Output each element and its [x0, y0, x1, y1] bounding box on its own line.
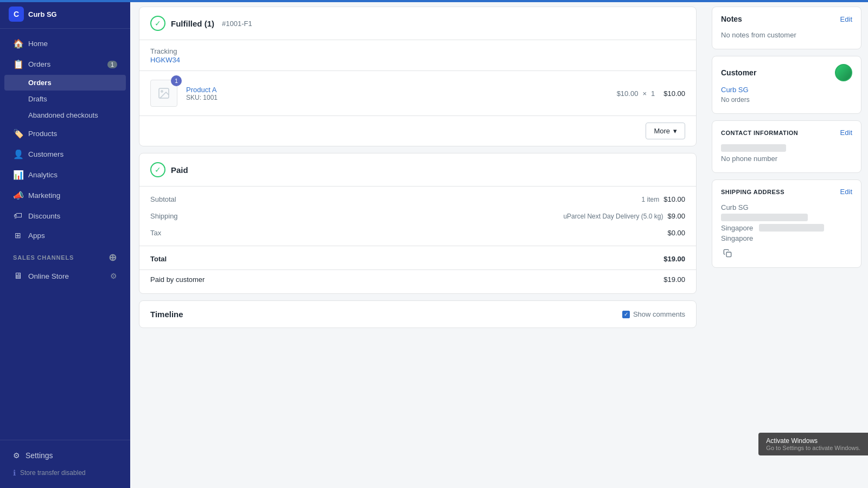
- sidebar: C Curb SG 🏠 Home 📋 Orders 1 Orders Draft…: [0, 0, 130, 488]
- product-info: Product A SKU: 1001: [186, 86, 608, 101]
- contact-edit-button[interactable]: Edit: [840, 129, 852, 137]
- tax-row: Tax $0.00: [139, 224, 696, 241]
- online-store-label: Online Store: [28, 272, 69, 280]
- apps-icon: ⊞: [13, 231, 23, 240]
- subtotal-row: Subtotal 1 item $10.00: [139, 191, 696, 208]
- svg-point-1: [161, 91, 163, 92]
- sidebar-item-orders-label: Orders: [28, 60, 50, 68]
- tracking-row: Tracking HGKW34: [139, 40, 696, 71]
- home-icon: 🏠: [13, 38, 23, 49]
- sidebar-item-discounts[interactable]: 🏷 Discounts: [4, 206, 126, 226]
- copy-address-button[interactable]: [721, 247, 734, 260]
- sidebar-item-analytics[interactable]: 📊 Analytics: [4, 165, 126, 185]
- paid-header: ✓ Paid: [139, 153, 696, 187]
- store-transfer-notice: ℹ Store transfer disabled: [9, 464, 122, 481]
- sidebar-item-marketing-label: Marketing: [28, 191, 60, 200]
- product-name[interactable]: Product A: [186, 86, 608, 94]
- sales-channels-label: SALES CHANNELS ⊕: [0, 245, 130, 266]
- shipping-title: SHIPPING ADDRESS: [721, 189, 784, 195]
- shipping-name: Curb SG: [721, 203, 852, 211]
- sidebar-item-analytics-label: Analytics: [28, 171, 58, 179]
- timeline-header: Timeline ✓ Show comments: [150, 310, 685, 319]
- settings-item[interactable]: ⚙ Settings: [9, 447, 122, 464]
- customer-card: Customer Curb SG No orders: [712, 56, 861, 114]
- customer-name-link[interactable]: Curb SG: [721, 86, 749, 94]
- online-store-settings-icon[interactable]: ⚙: [110, 272, 117, 280]
- price-separator: ×: [642, 89, 647, 98]
- store-name: Curb SG: [28, 10, 57, 18]
- marketing-icon: 📣: [13, 190, 23, 201]
- shipping-edit-button[interactable]: Edit: [840, 188, 852, 196]
- online-store-icon: 🖥: [13, 271, 23, 281]
- products-icon: 🏷️: [13, 129, 23, 139]
- sidebar-item-drafts[interactable]: Drafts: [4, 91, 126, 107]
- sidebar-item-products[interactable]: 🏷️ Products: [4, 124, 126, 144]
- notes-text: No notes from customer: [721, 31, 852, 39]
- sidebar-item-marketing[interactable]: 📣 Marketing: [4, 185, 126, 206]
- timeline-section: Timeline ✓ Show comments: [139, 300, 697, 328]
- more-button[interactable]: More ▾: [646, 123, 685, 139]
- main-content: ✓ Fulfilled (1) #1001-F1 Tracking HGKW34: [130, 0, 868, 488]
- contact-body: No phone number: [712, 144, 861, 172]
- right-panel: Notes Edit No notes from customer Custom…: [705, 0, 868, 488]
- shipping-card-header: SHIPPING ADDRESS Edit: [712, 180, 861, 203]
- contact-phone: No phone number: [721, 155, 852, 163]
- show-comments-toggle[interactable]: ✓ Show comments: [622, 310, 685, 318]
- shipping-body: Curb SG Singapore Singapore: [712, 203, 861, 267]
- notes-edit-button[interactable]: Edit: [840, 15, 852, 23]
- subtotal-value: $10.00: [663, 195, 685, 203]
- sidebar-item-customers-label: Customers: [28, 150, 63, 158]
- center-panel: ✓ Fulfilled (1) #1001-F1 Tracking HGKW34: [130, 0, 705, 488]
- product-price-info: $10.00 × 1: [617, 89, 655, 98]
- show-comments-label: Show comments: [633, 310, 685, 318]
- shipping-row: Shipping uParcel Next Day Delivery (5.0 …: [139, 208, 696, 224]
- contact-card: CONTACT INFORMATION Edit No phone number: [712, 120, 861, 173]
- contact-email-blurred: [721, 144, 786, 152]
- sidebar-item-orders-sub[interactable]: Orders: [4, 75, 126, 91]
- discounts-icon: 🏷: [13, 211, 23, 221]
- sidebar-item-abandoned[interactable]: Abandoned checkouts: [4, 107, 126, 123]
- customer-title: Customer: [721, 68, 756, 77]
- customer-card-header: Customer: [712, 56, 861, 86]
- subtotal-items: 1 item: [642, 196, 660, 203]
- sidebar-item-orders[interactable]: 📋 Orders 1: [4, 54, 126, 74]
- shipping-address-blurred: [721, 214, 808, 221]
- sidebar-item-customers[interactable]: 👤 Customers: [4, 144, 126, 164]
- paid-title: Paid: [171, 165, 188, 175]
- sidebar-navigation: 🏠 Home 📋 Orders 1 Orders Drafts Abandone…: [0, 29, 130, 440]
- quantity: 1: [651, 89, 655, 98]
- store-avatar: C: [9, 7, 24, 22]
- sidebar-item-discounts-label: Discounts: [28, 212, 60, 220]
- paid-by-row: Paid by customer $19.00: [139, 269, 696, 289]
- total-value: $19.00: [663, 255, 685, 263]
- shipping-country1: Singapore: [721, 224, 753, 232]
- product-image-wrapper: 1: [150, 80, 177, 107]
- sidebar-item-apps[interactable]: ⊞ Apps: [4, 226, 126, 245]
- sidebar-item-apps-label: Apps: [28, 232, 45, 240]
- more-btn-row: More ▾: [139, 115, 696, 146]
- unit-price: $10.00: [617, 89, 639, 98]
- sidebar-header: C Curb SG: [0, 0, 130, 29]
- tax-label: Tax: [150, 229, 161, 237]
- product-sku: SKU: 1001: [186, 94, 608, 101]
- sidebar-bottom: ⚙ Settings ℹ Store transfer disabled: [0, 440, 130, 488]
- total-label: Total: [150, 255, 167, 263]
- add-sales-channel-button[interactable]: ⊕: [108, 252, 117, 264]
- order-ref: #1001-F1: [222, 20, 252, 28]
- sidebar-item-online-store[interactable]: 🖥 Online Store ⚙: [4, 266, 126, 286]
- orders-badge: 1: [107, 61, 117, 68]
- total-row: Total $19.00: [139, 251, 696, 267]
- fulfilled-header: ✓ Fulfilled (1) #1001-F1: [139, 7, 696, 40]
- shipping-label: Shipping: [150, 212, 178, 220]
- customers-icon: 👤: [13, 149, 23, 159]
- product-total: $10.00: [663, 89, 685, 98]
- tracking-value[interactable]: HGKW34: [150, 56, 180, 64]
- customer-body: Curb SG No orders: [712, 86, 861, 113]
- show-comments-checkbox[interactable]: ✓: [622, 311, 630, 318]
- contact-card-header: CONTACT INFORMATION Edit: [712, 121, 861, 144]
- sidebar-item-home[interactable]: 🏠 Home: [4, 34, 126, 54]
- paid-by-label: Paid by customer: [150, 275, 205, 284]
- customer-avatar: [835, 64, 852, 81]
- notes-body: No notes from customer: [712, 31, 861, 49]
- shipping-card: SHIPPING ADDRESS Edit Curb SG Singapore …: [712, 179, 861, 268]
